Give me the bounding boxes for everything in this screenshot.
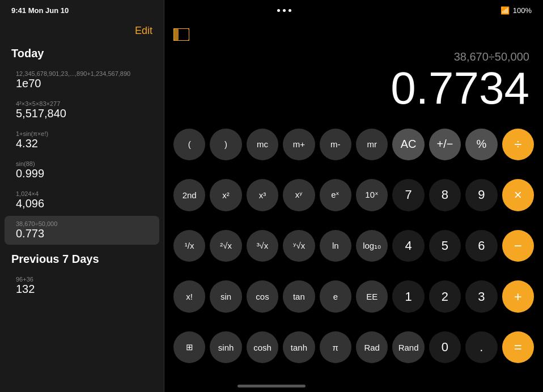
home-bar (237, 385, 306, 387)
calc-btn-log--[interactable]: log₁₀ (356, 230, 388, 262)
calc-btn-sin[interactable]: sin (210, 280, 241, 312)
calc-btn---x[interactable]: ³√x (247, 230, 278, 262)
prev-section-title: Previous 7 Days (0, 246, 164, 270)
list-item[interactable]: 38,670÷50,000 0.773 (5, 216, 159, 245)
calc-btn-e[interactable]: e (320, 280, 351, 312)
calc-btn-Rand[interactable]: Rand (392, 331, 424, 363)
calc-btn--[interactable]: = (502, 331, 534, 363)
calculator-display: 38,670÷50,000 0.7734 (164, 20, 543, 117)
calc-btn-mr[interactable]: mr (356, 129, 388, 160)
list-item[interactable]: 96+36 132 (5, 271, 159, 300)
calc-btn-sinh[interactable]: sinh (210, 331, 241, 363)
calc-btn-mc[interactable]: mc (247, 129, 278, 160)
calc-btn-6[interactable]: 6 (465, 230, 497, 262)
calc-btn-cosh[interactable]: cosh (247, 331, 278, 363)
calc-btn---x[interactable]: ²√x (210, 230, 241, 262)
calc-btn--[interactable]: π (320, 331, 351, 363)
status-indicators: 📶 100% (500, 6, 532, 15)
calc-btn-ln[interactable]: ln (320, 230, 351, 262)
history-sidebar: Edit Today 12,345,678,901,23,...,890+1,2… (0, 0, 164, 392)
calc-btn--[interactable]: − (502, 230, 534, 262)
calc-btn--[interactable]: . (465, 331, 497, 363)
calc-btn--[interactable]: ( (173, 129, 205, 160)
calc-btn-tan[interactable]: tan (283, 280, 315, 312)
list-item[interactable]: 1+sin(π×e!) 4.32 (5, 126, 159, 155)
calc-btn-1[interactable]: 1 (392, 280, 424, 312)
calc-btn--[interactable]: ÷ (502, 129, 534, 160)
edit-button[interactable]: Edit (135, 25, 152, 37)
wifi-icon: 📶 (500, 6, 510, 15)
calc-btn-9[interactable]: 9 (465, 179, 497, 211)
battery-icon: 100% (513, 6, 532, 15)
calc-btn-AC[interactable]: AC (392, 129, 424, 160)
calc-btn--[interactable]: + (502, 280, 534, 312)
calc-btn-2nd[interactable]: 2nd (173, 179, 205, 211)
calc-btn-2[interactable]: 2 (429, 280, 461, 312)
calc-btn-x-[interactable]: x! (173, 280, 205, 312)
calc-btn-tanh[interactable]: tanh (283, 331, 315, 363)
calc-btn-m-[interactable]: m- (320, 129, 351, 160)
calc-btn-0[interactable]: 0 (429, 331, 461, 363)
calc-btn-x-[interactable]: xʸ (283, 179, 315, 211)
calc-btn--[interactable]: ⊞ (173, 331, 205, 363)
calc-btn-4[interactable]: 4 (392, 230, 424, 262)
list-item[interactable]: 12,345,678,901,23,...,890+1,234,567,890 … (5, 66, 159, 95)
calc-btn-8[interactable]: 8 (429, 179, 461, 211)
calc-btn--[interactable]: × (502, 179, 534, 211)
calc-btn-x-[interactable]: x² (210, 179, 241, 211)
list-item[interactable]: 1,024×4 4,096 (5, 186, 159, 215)
calc-btn--[interactable]: ) (210, 129, 241, 160)
calc-btn---x[interactable]: ¹/x (173, 230, 205, 262)
calc-btn-m-[interactable]: m+ (283, 129, 315, 160)
calculator-grid: ()mcm+m-mrAC+/−%÷2ndx²x³xʸeˣ10ˣ789×¹/x²√… (164, 117, 543, 375)
calc-btn-10-[interactable]: 10ˣ (356, 179, 388, 211)
calc-btn--[interactable]: % (465, 129, 497, 160)
today-section-title: Today (0, 42, 164, 65)
list-item[interactable]: 4²×3×5×83×277 5,517,840 (5, 96, 159, 125)
calc-btn-7[interactable]: 7 (392, 179, 424, 211)
calc-btn-x-[interactable]: x³ (247, 179, 278, 211)
calc-btn----[interactable]: +/− (429, 129, 461, 160)
calc-btn-3[interactable]: 3 (465, 280, 497, 312)
status-time: 9:41 Mon Jun 10 (11, 6, 69, 15)
calc-btn-e-[interactable]: eˣ (320, 179, 351, 211)
list-item[interactable]: sin(88) 0.999 (5, 156, 159, 185)
calc-btn---x[interactable]: ʸ√x (283, 230, 315, 262)
status-bar: 9:41 Mon Jun 10 📶 100% (0, 0, 543, 20)
display-result: 0.7734 (391, 66, 529, 111)
calc-btn-EE[interactable]: EE (356, 280, 388, 312)
calc-btn-5[interactable]: 5 (429, 230, 461, 262)
calc-btn-cos[interactable]: cos (247, 280, 278, 312)
calc-btn-Rad[interactable]: Rad (356, 331, 388, 363)
status-dots (277, 9, 291, 12)
display-expression: 38,670÷50,000 (454, 50, 529, 63)
